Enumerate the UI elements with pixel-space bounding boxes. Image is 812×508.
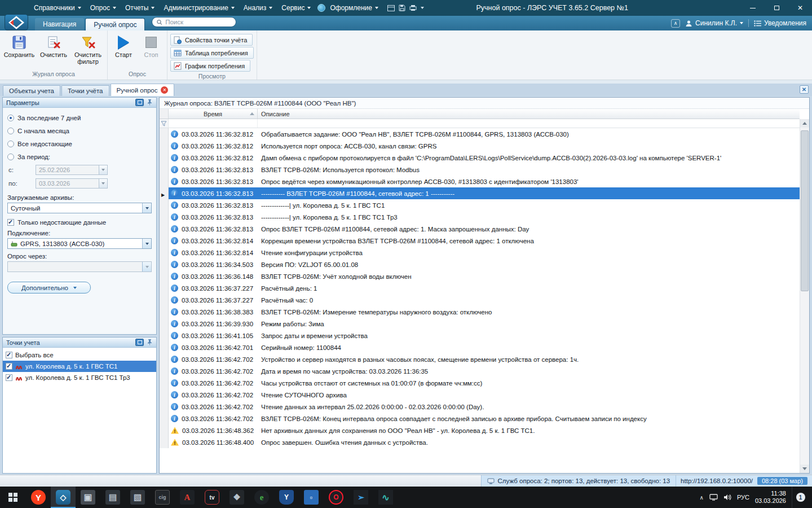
period-radio-option[interactable]: Все недостающие [7,137,152,150]
point-row[interactable]: ул. Королева д. 5 к. 1 ГВС ТС1 Тр3 [3,372,156,383]
log-row[interactable]: 03.03.2026 11:36:42.702 Часы устройства … [160,377,800,389]
chevron-down-icon[interactable] [421,7,424,9]
tab-manual-poll[interactable]: Ручной опрос [85,18,145,30]
date-from-dropdown[interactable] [99,165,108,175]
log-row[interactable]: 03.03.2026 11:36:37.227 Расчётный день: … [160,282,800,294]
log-row[interactable]: 03.03.2026 11:36:48.362 Нет архивных дан… [160,424,800,436]
period-radio-option[interactable]: С начала месяца [7,124,152,137]
log-row[interactable]: 03.03.2026 11:36:32.813 ----------- ВЗЛЕ… [160,187,800,199]
log-row[interactable]: 03.03.2026 11:36:38.383 ВЗЛЕТ ТСРВ-026М:… [160,306,800,318]
log-row[interactable]: 03.03.2026 11:36:37.227 Расчётный час: 0 [160,294,800,306]
menubar-item-appearance[interactable]: Оформление [325,0,382,16]
menubar-item[interactable]: Анализ [239,0,277,16]
taskbar-console-window-icon[interactable]: ▤ [100,487,125,508]
log-row[interactable]: 03.03.2026 11:36:32.814 Коррекция времен… [160,235,800,247]
taskbar-font-tool-icon[interactable]: А [175,487,200,508]
search-input[interactable] [165,19,231,25]
taskbar-cig-tool-icon[interactable]: cig [150,487,175,508]
minimize-button[interactable] [741,0,765,16]
scroll-down-button[interactable] [800,465,809,473]
menubar-item[interactable]: Сервис [277,0,315,16]
tab-navigation[interactable]: Навигация [35,18,84,30]
collapse-panel-button[interactable] [135,99,144,106]
save-journal-button[interactable]: Сохранить [3,33,36,59]
taskbar-yandex-browser-icon[interactable]: Y [26,487,51,508]
print-icon[interactable] [409,5,417,11]
date-to-dropdown[interactable] [99,178,108,189]
log-row[interactable]: 03.03.2026 11:36:39.930 Режим работы: Зи… [160,318,800,330]
tray-expand-icon[interactable]: ∧ [700,494,704,501]
select-all-row[interactable]: Выбрать все [3,349,156,361]
notifications-button[interactable]: Уведомления [754,19,806,27]
log-row[interactable]: 03.03.2026 11:36:32.813 -------------| у… [160,211,800,223]
menubar-item[interactable]: Опрос [86,0,121,16]
pin-panel-button[interactable] [145,99,154,106]
close-tab-icon[interactable] [161,86,168,94]
connection-select[interactable]: GPRS, 1313803 (АССВ-030) [7,238,152,249]
taskbar-opera-browser-icon[interactable]: O [324,487,348,508]
taskbar-qr-tool-icon[interactable]: ❖ [224,487,249,508]
date-from-field[interactable]: 25.02.2026 [36,165,99,175]
poll-via-select[interactable] [7,261,152,272]
scrollbar-thumb[interactable] [801,130,809,291]
taskbar-clock[interactable]: 11:38 03.03.2026 [755,490,786,505]
point-row[interactable]: ул. Королева д. 5 к. 1 ГВС ТС1 [3,361,156,372]
start-button[interactable] [0,487,26,508]
display-icon[interactable] [709,494,718,501]
column-header-time[interactable]: Время [169,109,258,119]
filter-description-cell[interactable] [258,119,800,128]
log-row[interactable]: 03.03.2026 11:36:41.105 Запрос даты и вр… [160,330,800,341]
period-radio-option[interactable]: За период: [7,150,152,163]
speaker-icon[interactable] [723,494,731,501]
point-properties-button[interactable]: Свойства точки учёта [170,34,253,46]
consumption-chart-button[interactable]: График потребления [170,60,250,72]
taskbar-user-sessions-icon[interactable]: ▣ [76,487,100,508]
vertical-scrollbar[interactable] [800,119,809,473]
additional-button[interactable]: Дополнительно [7,282,91,294]
log-row[interactable]: 03.03.2026 11:36:32.813 Опрос ведётся че… [160,176,800,187]
filter-time-cell[interactable] [169,119,258,128]
maximize-button[interactable] [765,0,788,16]
save-icon[interactable] [399,5,405,11]
log-row[interactable]: 03.03.2026 11:36:32.813 Опрос ВЗЛЕТ ТСРВ… [160,223,800,235]
date-to-field[interactable]: 03.03.2026 [36,178,99,189]
server-url[interactable]: http://192.168.0.2:10000/ [681,478,753,484]
close-button[interactable] [788,0,812,16]
log-row[interactable]: 03.03.2026 11:36:48.400 Опрос завершен. … [160,436,800,448]
clear-journal-button[interactable]: Очистить [37,33,70,59]
archives-select[interactable]: Суточный [7,203,152,213]
log-row[interactable]: 03.03.2026 11:36:42.701 Серийный номер: … [160,341,800,353]
log-row[interactable]: 03.03.2026 11:36:42.702 Чтение данных за… [160,401,800,413]
taskbar-shield-app-icon[interactable]: Y [274,487,299,508]
taskbar-messenger-icon[interactable]: ➢ [348,487,373,508]
log-row[interactable]: 03.03.2026 11:36:32.813 -------------| у… [160,199,800,211]
doctab-manual-poll[interactable]: Ручной опрос [111,84,175,96]
log-row[interactable]: 03.03.2026 11:36:42.702 ВЗЛЕТ ТСРВ-026М:… [160,413,800,424]
log-row[interactable]: 03.03.2026 11:36:34.503 Версия ПО: VZLJO… [160,259,800,270]
menubar-item[interactable]: Администрирование [159,0,239,16]
log-row[interactable]: 03.03.2026 11:36:42.702 Дата и время по … [160,365,800,377]
taskbar-backup-tool-icon[interactable]: ▫ [299,487,324,508]
taskbar-lers-app-icon[interactable]: ◇ [51,487,76,508]
only-missing-checkbox-row[interactable]: Только недостающие данные [7,219,152,226]
taskbar-swirl-app-icon[interactable]: ∿ [373,487,398,508]
notification-center-button[interactable]: 1 [792,487,809,508]
collapse-panel-button[interactable] [135,339,144,346]
log-row[interactable]: 03.03.2026 11:36:32.812 Дамп обмена с пр… [160,152,800,164]
consumption-table-button[interactable]: Таблица потребления [170,47,254,59]
column-header-description[interactable]: Описание [258,109,800,119]
user-menu[interactable]: Синилин К.Л. [685,19,743,27]
scroll-up-button[interactable] [800,119,809,128]
keyboard-language[interactable]: РУС [737,494,749,501]
doctab-objects[interactable]: Объекты учета [3,85,60,96]
log-row[interactable]: 03.03.2026 11:36:32.813 ВЗЛЕТ ТСРВ-026М:… [160,164,800,176]
filter-icon[interactable] [161,121,167,126]
log-row[interactable]: 03.03.2026 11:36:42.702 Чтение СУТОЧНОГО… [160,389,800,401]
collapse-ribbon-button[interactable]: ∧ [671,19,680,28]
window-layout-icon[interactable] [387,5,395,11]
stop-poll-button[interactable]: Стоп [138,33,164,59]
close-pane-button[interactable] [800,85,809,94]
log-row[interactable]: 03.03.2026 11:36:36.148 ВЗЛЕТ ТСРВ-026М:… [160,270,800,282]
log-row[interactable]: 03.03.2026 11:36:32.814 Чтение конфигура… [160,247,800,259]
log-row[interactable]: 03.03.2026 11:36:32.812 Используется пор… [160,140,800,152]
